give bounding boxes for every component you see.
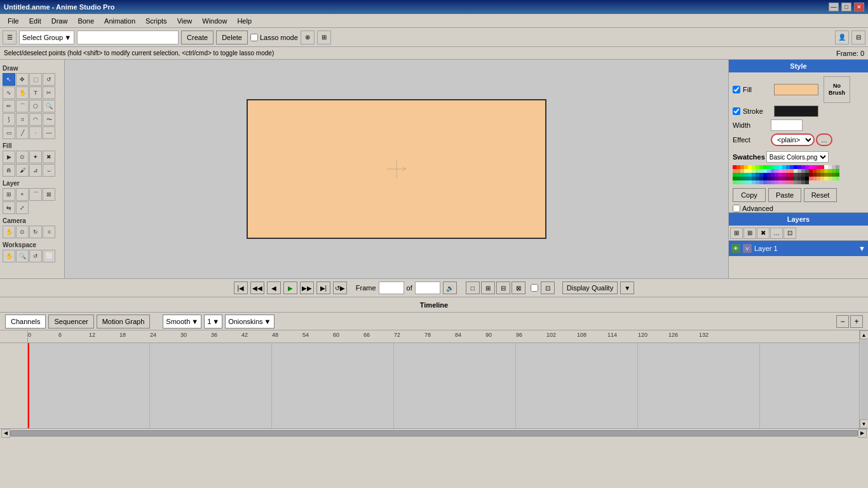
loop-button[interactable]: ↺▶ (333, 281, 347, 294)
workspace-fit-tool[interactable]: ⬜ (43, 250, 55, 262)
paste-button[interactable]: Paste (768, 188, 801, 202)
swatches-dropdown[interactable]: Basic Colors.png (766, 151, 829, 163)
effect-select[interactable]: <plain> (771, 133, 815, 146)
view-4-button[interactable]: ⊠ (512, 281, 526, 294)
zoom-in-button[interactable]: + (850, 315, 863, 328)
camera-rotate-tool[interactable]: ↻ (29, 226, 42, 238)
dot-tool[interactable]: · (29, 126, 42, 139)
menu-view[interactable]: View (172, 16, 198, 26)
scroll-right-button[interactable]: ▶ (858, 429, 867, 438)
eyedropper-tool[interactable]: 🔍 (43, 100, 55, 112)
bucket-tool[interactable]: ⋒ (3, 164, 15, 177)
interpolation-dropdown[interactable]: 1 ▼ (204, 315, 222, 329)
view-3-button[interactable]: ⊟ (496, 281, 510, 294)
window-controls[interactable]: — □ ✕ (829, 3, 864, 11)
color-cell[interactable] (805, 180, 809, 184)
layer-transform2-tool[interactable]: ⤢ (16, 201, 29, 214)
layers-delete-button[interactable]: ✖ (757, 227, 770, 239)
curve-tool[interactable]: ⌒ (16, 100, 29, 112)
menu-window[interactable]: Window (197, 16, 232, 26)
fill-select-tool[interactable]: ⊙ (16, 151, 29, 163)
target-icon[interactable]: ⊕ (301, 30, 315, 44)
frame-input[interactable]: 0 (379, 281, 404, 294)
zoom-out-button[interactable]: − (836, 315, 849, 328)
layer-flip-tool[interactable]: ⇆ (3, 201, 15, 214)
motion-graph-tab[interactable]: Motion Graph (97, 315, 151, 329)
advanced-checkbox[interactable] (733, 205, 740, 212)
scroll-up-button[interactable]: ▲ (860, 330, 869, 339)
go-start-button[interactable]: |◀ (234, 281, 248, 294)
warp-tool[interactable]: ⟆ (3, 113, 15, 126)
layers-add-group-button[interactable]: ⊞ (730, 227, 743, 239)
user-icon[interactable]: 👤 (835, 30, 849, 44)
camera-zoom-tool[interactable]: ⊙ (16, 226, 29, 238)
layers-settings-button[interactable]: ⊡ (783, 227, 796, 239)
play-button[interactable]: ▶ (283, 281, 297, 294)
menu-draw[interactable]: Draw (46, 16, 73, 26)
text-tool[interactable]: T (29, 86, 42, 99)
delete-button[interactable]: Delete (216, 30, 248, 44)
layer-dropdown-icon[interactable]: ▼ (858, 245, 865, 252)
paint-tool[interactable]: 🖌 (16, 164, 29, 177)
lasso-tool[interactable]: ∿ (3, 86, 15, 99)
workspace-reset-tool[interactable]: ↺ (29, 250, 42, 262)
display-quality-button[interactable]: Display Quality (562, 281, 618, 294)
prev-button[interactable]: ◀ (267, 281, 281, 294)
hand-tool[interactable]: ✋ (16, 86, 29, 99)
fill-color-swatch[interactable] (774, 84, 818, 95)
view-options-button[interactable]: ⊡ (541, 281, 555, 294)
channels-tab[interactable]: Channels (5, 315, 46, 329)
layers-add-button[interactable]: ⊞ (743, 227, 756, 239)
camera-pan-tool[interactable]: ✋ (3, 226, 15, 238)
copy-button[interactable]: Copy (733, 188, 766, 202)
display-quality-arrow[interactable]: ▼ (620, 281, 634, 294)
layer-row-1[interactable]: 👁 V Layer 1 ▼ (729, 241, 868, 256)
total-frames-input[interactable]: 240 (415, 281, 440, 294)
tools-icon[interactable]: ☰ (3, 30, 17, 44)
dropper-tool[interactable]: ⊿ (29, 164, 42, 177)
curve2-tool[interactable]: ⌣ (43, 164, 55, 177)
stroke-checkbox[interactable] (733, 107, 740, 115)
prev-frame-button[interactable]: ◀◀ (250, 281, 264, 294)
layer-group-tool[interactable]: ⊠ (43, 188, 55, 201)
view-2-button[interactable]: ⊞ (481, 281, 495, 294)
minimize-button[interactable]: — (829, 3, 839, 11)
stamp-tool[interactable]: ⬡ (29, 100, 42, 112)
fill-tool[interactable]: ▶ (3, 151, 15, 163)
scroll-down-button[interactable]: ▼ (860, 419, 869, 428)
transform-tool[interactable]: ✥ (16, 73, 29, 86)
canvas[interactable] (247, 99, 546, 239)
menu-edit[interactable]: Edit (24, 16, 46, 26)
width-input[interactable]: 4 (771, 119, 803, 131)
fill-checkbox[interactable] (733, 86, 740, 93)
h-scroll-track[interactable] (10, 430, 858, 437)
select-rect-tool[interactable]: ⬚ (29, 73, 42, 86)
maximize-button[interactable]: □ (841, 3, 851, 11)
next-frame-button[interactable]: ▶| (316, 281, 330, 294)
view-option-checkbox[interactable] (531, 284, 538, 292)
crop-tool[interactable]: ✂ (43, 86, 55, 99)
menu-scripts[interactable]: Scripts (140, 16, 172, 26)
reset-button[interactable]: Reset (804, 188, 837, 202)
wave-tool[interactable]: 〜 (43, 113, 55, 126)
rect-shape-tool[interactable]: ▭ (3, 126, 15, 139)
camera-tilt-tool[interactable]: ⌗ (43, 226, 55, 238)
arc-tool[interactable]: ◠ (29, 113, 42, 126)
color-cell[interactable] (836, 177, 839, 180)
rotate-tool[interactable]: ↺ (43, 73, 55, 86)
smooth-dropdown[interactable]: Smooth ▼ (163, 315, 201, 329)
next-button[interactable]: ▶▶ (300, 281, 314, 294)
menu-bone[interactable]: Bone (72, 16, 99, 26)
grid-icon[interactable]: ⊞ (317, 30, 331, 44)
layers-more-button[interactable]: … (770, 227, 783, 239)
layer-add-tool[interactable]: + (16, 188, 29, 201)
workspace-hand-tool[interactable]: ✋ (3, 250, 15, 262)
dash-tool[interactable]: — (43, 126, 55, 139)
select-tool[interactable]: ↖ (3, 73, 15, 86)
scroll-left-button[interactable]: ◀ (1, 429, 10, 438)
create-button[interactable]: Create (181, 30, 214, 44)
layer-arc-tool[interactable]: ⌒ (29, 188, 42, 201)
magnet-tool[interactable]: ⌗ (16, 113, 29, 126)
onionskins-dropdown[interactable]: Onionskins ▼ (225, 315, 274, 329)
pen-tool[interactable]: ✏ (3, 100, 15, 112)
